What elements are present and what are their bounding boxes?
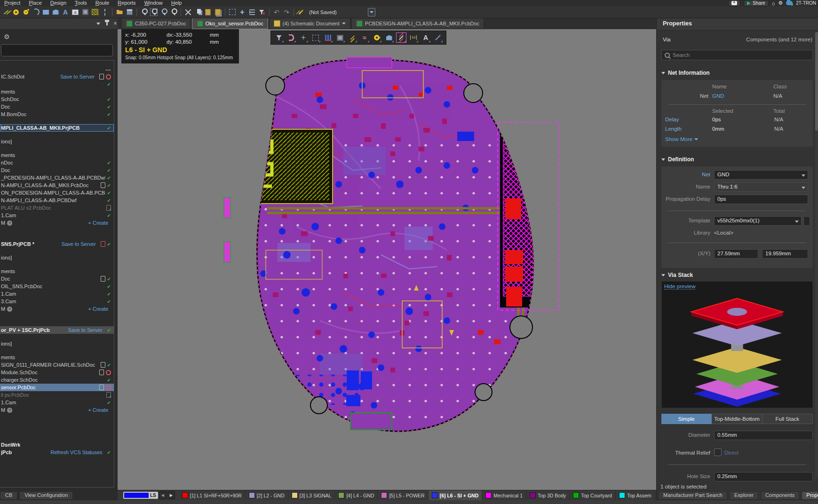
place-polygon-icon[interactable] xyxy=(51,8,60,16)
project-tree-row[interactable]: ? xyxy=(0,261,114,268)
layer-tab[interactable]: Top 3D Body xyxy=(526,490,570,500)
project-tree-row[interactable]: ions] ? xyxy=(0,340,114,347)
tree-item-action-link[interactable]: Refresh VCS Statuses xyxy=(51,449,103,455)
layer-tab[interactable]: [2] L2 - GND xyxy=(246,490,288,500)
menu-item[interactable]: Tools xyxy=(71,0,91,6)
net-name-value[interactable]: GND xyxy=(712,93,724,99)
tree-item-action-link[interactable]: Save to Server xyxy=(68,327,103,333)
project-tree-row[interactable]: ? xyxy=(0,347,114,354)
line-place-icon[interactable] xyxy=(433,32,443,43)
tree-item-action-link[interactable]: Save to Server xyxy=(62,241,96,247)
project-tree-row[interactable]: ? xyxy=(0,313,114,326)
project-tree-row[interactable]: ? xyxy=(0,65,114,73)
project-tree-row[interactable]: 1.Cam ? xyxy=(0,212,114,219)
project-tree-row[interactable]: Doc ? xyxy=(0,103,114,110)
layer-tab[interactable]: [1] L1 SI+RF+50R+90R xyxy=(179,490,246,500)
project-tree-row[interactable]: N-AMPLI_CLASS-A-AB_MKII.PcbDoc ? xyxy=(0,181,114,189)
menu-item[interactable]: Help xyxy=(167,0,186,6)
place-pad-icon[interactable] xyxy=(12,8,20,16)
section-net-information[interactable]: Net Information xyxy=(661,70,710,76)
layer-tab[interactable]: [5] L5 - POWER xyxy=(378,490,428,500)
panel-settings-gear-icon[interactable]: ⚙ xyxy=(4,33,10,40)
open-document-icon[interactable] xyxy=(115,8,124,16)
project-tree-row[interactable]: M ? + Create xyxy=(0,406,114,414)
project-tree-row[interactable]: Doc ? xyxy=(0,275,114,283)
save-icon[interactable] xyxy=(125,8,134,16)
sep[interactable] xyxy=(269,8,270,16)
project-tree-row[interactable]: ments ? xyxy=(0,354,114,361)
project-tree-row[interactable]: IC.SchDot ? Save to Server xyxy=(0,73,114,80)
y-coordinate-input[interactable]: 19.959mm xyxy=(762,249,808,259)
select-filter-icon[interactable] xyxy=(274,32,284,43)
diameter-input[interactable]: 0.55mm xyxy=(714,431,813,440)
interactive-route-icon[interactable] xyxy=(347,32,357,43)
place-via-icon[interactable] xyxy=(22,8,30,16)
layer-tab[interactable]: [3] L3 SIGNAL xyxy=(288,490,335,500)
sep[interactable] xyxy=(181,8,181,16)
slice-tool-icon[interactable] xyxy=(396,32,406,43)
project-tree-row[interactable]: ments ? xyxy=(0,151,114,159)
document-tab[interactable]: PCBDESIGN-AMPLI_CLASS-A-AB_MKII.PcbDoc xyxy=(351,18,484,29)
help-icon[interactable]: ? xyxy=(7,307,12,312)
project-tree-row[interactable]: ? xyxy=(0,248,114,254)
place-component-icon[interactable] xyxy=(81,8,89,16)
settings-gear-icon[interactable]: ⚙ xyxy=(778,0,783,6)
panel-dropdown-icon[interactable] xyxy=(95,20,102,27)
hole-size-input[interactable]: 0.25mm xyxy=(714,472,813,481)
place-string-icon[interactable] xyxy=(61,8,70,16)
sep[interactable] xyxy=(112,8,112,16)
component-place-icon[interactable] xyxy=(335,32,345,43)
project-tree-row[interactable]: ? xyxy=(0,80,114,88)
document-tab[interactable]: C350-PC-027.PcbDoc xyxy=(121,18,191,29)
project-tree-row[interactable]: M.BomDoc ? xyxy=(0,110,114,118)
project-tree-row[interactable]: OIL_SNS.PcbDoc ? xyxy=(0,283,114,290)
menu-item[interactable]: Reports xyxy=(113,0,140,6)
project-tree-row[interactable]: _PCBDESIGN-AMPLI_CLASS-A-AB.PCBDwf ? xyxy=(0,174,114,181)
project-tree-row[interactable]: ? xyxy=(0,118,114,124)
project-tree-row[interactable]: PLAT ALU x2.PcbDoc ? xyxy=(0,204,114,212)
thermal-relief-checkbox[interactable] xyxy=(714,449,722,456)
layer-tab[interactable]: Mechanical 1 xyxy=(482,490,526,500)
menu-item[interactable]: Place xyxy=(24,0,46,6)
project-tree-row[interactable]: ions] ? xyxy=(0,254,114,261)
cut-icon[interactable] xyxy=(184,8,192,16)
hide-preview-link[interactable]: Hide preview xyxy=(664,284,695,290)
project-tree-row[interactable]: M ? + Create xyxy=(0,219,114,227)
layer-tab[interactable]: [4] L4 - GND xyxy=(335,490,378,500)
project-tree-row[interactable]: ll pv.PcbDoc ? xyxy=(0,391,114,399)
area-select-icon[interactable] xyxy=(310,32,321,43)
project-tree-row[interactable]: 1.Cam ? xyxy=(0,290,114,298)
sep[interactable] xyxy=(136,8,137,16)
route-mode-icon[interactable] xyxy=(2,8,10,16)
menu-item[interactable]: Design xyxy=(46,0,71,6)
diff-pair-route-icon[interactable] xyxy=(359,32,370,43)
layer-set-button[interactable]: LS xyxy=(123,492,158,499)
via-place-icon[interactable] xyxy=(372,32,382,43)
show-more-link[interactable]: Show More xyxy=(665,136,698,142)
crosshair-icon[interactable] xyxy=(298,32,309,43)
menu-item[interactable]: Project xyxy=(0,0,24,6)
project-tree-row[interactable]: SchDoc ? xyxy=(0,95,114,103)
project-tree-row[interactable]: ? xyxy=(0,132,114,138)
polygon-place-icon[interactable] xyxy=(384,32,394,43)
text-place-icon[interactable] xyxy=(421,32,431,43)
sep[interactable] xyxy=(294,8,294,16)
tree-item-action-link[interactable]: + Create xyxy=(88,407,109,413)
project-tree-row[interactable]: ON_PCBDESIGN-AMPLI_CLASS-A-AB.PCBDwf ? xyxy=(0,189,114,197)
copy-icon[interactable] xyxy=(194,8,202,16)
variant-dropdown[interactable] xyxy=(368,8,375,16)
menu-item[interactable]: Window xyxy=(140,0,167,6)
zoom-area-icon[interactable] xyxy=(150,8,158,16)
pad-array-icon[interactable] xyxy=(323,32,333,43)
home-icon[interactable]: ⌂ xyxy=(772,0,775,6)
undo-icon[interactable] xyxy=(272,8,281,16)
section-via-stack[interactable]: Via Stack xyxy=(661,272,693,278)
template-dropdown[interactable]: v55h25m0mx0(1) xyxy=(714,216,802,226)
project-tree-row[interactable]: MPLI_CLASSA-AB_MKII.PrjPCB ? xyxy=(0,124,114,132)
project-tree-row[interactable]: 1.Cam ? xyxy=(0,399,114,406)
properties-search-input[interactable]: Search xyxy=(661,50,813,60)
project-tree-row[interactable]: Module.SchDoc ? xyxy=(0,369,114,376)
via-mode-button[interactable]: Full Stack xyxy=(762,414,813,424)
project-tree-row[interactable]: N-AMPLI_CLASS-A-AB.PCBDwf ? xyxy=(0,197,114,204)
select-area-icon[interactable] xyxy=(228,8,237,16)
